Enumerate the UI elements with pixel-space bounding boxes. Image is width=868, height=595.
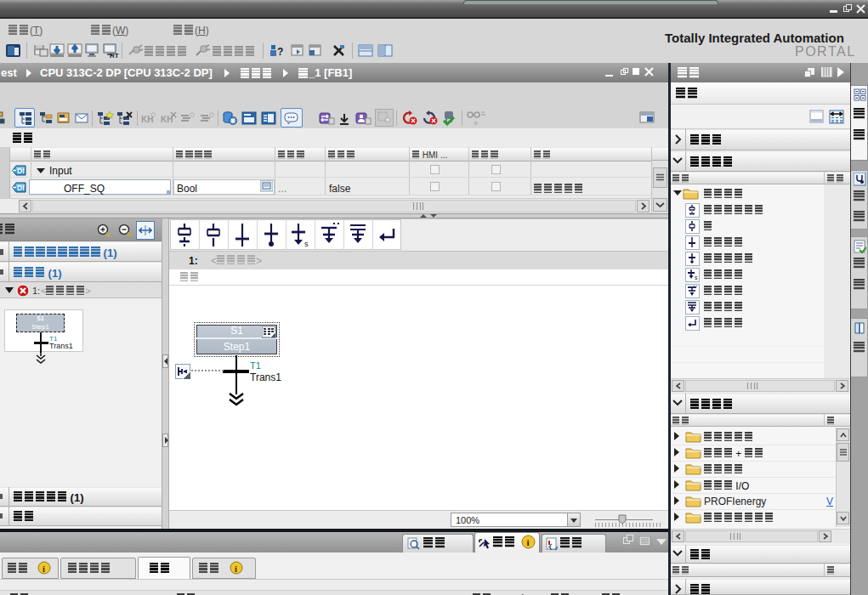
svg-text:?: ?	[277, 46, 283, 58]
svg-text:i: i	[235, 564, 237, 574]
svg-text:RT: RT	[110, 52, 119, 59]
svg-text:i: i	[527, 537, 530, 547]
svg-text:i: i	[43, 564, 45, 574]
svg-text:DI: DI	[17, 167, 25, 175]
svg-text:s: s	[695, 275, 698, 280]
svg-text:DI: DI	[17, 184, 25, 192]
svg-text:s: s	[304, 240, 309, 247]
